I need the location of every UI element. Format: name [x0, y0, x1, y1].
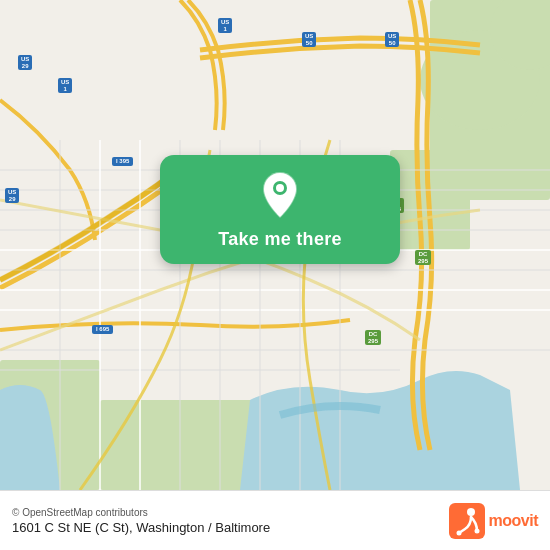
moovit-brand-label: moovit [489, 512, 538, 530]
shield-us50b: US50 [385, 32, 399, 47]
take-me-there-button[interactable]: Take me there [180, 229, 380, 250]
osm-attribution: © OpenStreetMap contributors [12, 507, 439, 518]
address-section: © OpenStreetMap contributors 1601 C St N… [12, 507, 439, 535]
shield-us29: US29 [18, 55, 32, 70]
address-label: 1601 C St NE (C St), Washington / Baltim… [12, 520, 439, 535]
navigation-prompt: Take me there [160, 155, 400, 264]
location-pin-icon [259, 171, 301, 219]
svg-point-28 [467, 508, 475, 516]
shield-i395: I 395 [112, 157, 133, 166]
svg-point-30 [474, 528, 479, 533]
bottom-bar: © OpenStreetMap contributors 1601 C St N… [0, 490, 550, 550]
shield-us1-top: US1 [218, 18, 232, 33]
shield-us29b: US29 [5, 188, 19, 203]
shield-us50a: US50 [302, 32, 316, 47]
moovit-logo: moovit [449, 503, 538, 539]
svg-rect-27 [449, 503, 485, 539]
svg-point-29 [456, 530, 461, 535]
moovit-icon [449, 503, 485, 539]
shield-us1-left: US1 [58, 78, 72, 93]
shield-i695: I 695 [92, 325, 113, 334]
shield-dc295b: DC295 [415, 250, 431, 265]
svg-point-26 [276, 184, 284, 192]
shield-dc295c: DC295 [365, 330, 381, 345]
map-container: US1 US1 US29 US29 US50 US50 I 395 I 695 … [0, 0, 550, 490]
